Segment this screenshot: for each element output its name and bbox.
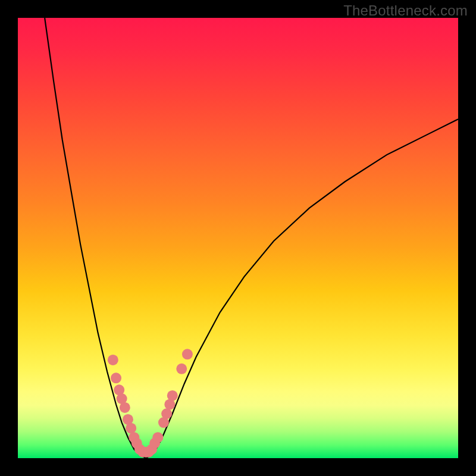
chart-canvas [18,18,458,458]
data-marker [120,402,130,413]
data-marker [176,364,187,374]
data-marker [152,432,163,443]
data-marker [182,349,193,359]
chart-svg [18,18,458,458]
data-marker [111,372,121,383]
data-marker [167,390,178,401]
data-marker [126,423,136,434]
curve-left [45,18,146,458]
curve-right [146,119,458,458]
data-marker [108,355,118,365]
data-markers-group [108,349,193,457]
data-marker [161,408,172,419]
watermark-text: TheBottleneck.com [343,2,468,19]
